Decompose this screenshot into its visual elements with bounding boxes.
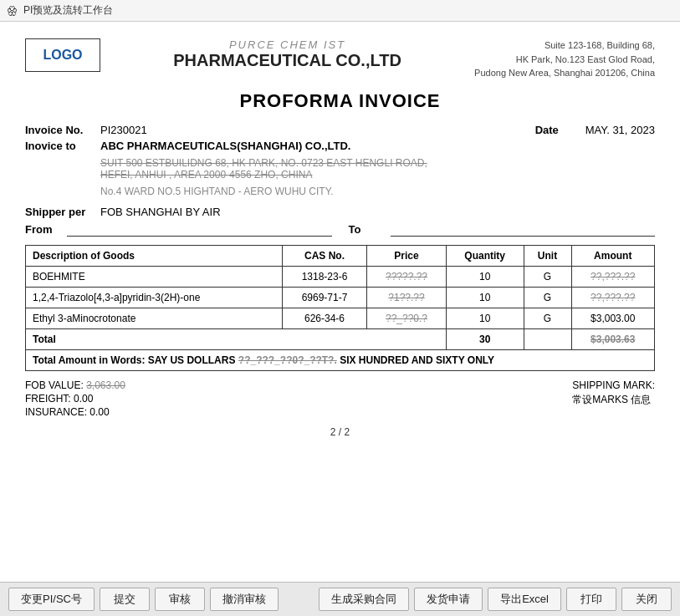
insurance-label: INSURANCE: <box>25 406 87 418</box>
address-normal: No.4 WARD NO.5 HIGHTAND - AERO WUHU CITY… <box>100 186 655 197</box>
address-line1: Suite 123-168, Building 68, <box>474 38 655 53</box>
date-value: MAY. 31, 2023 <box>585 124 655 136</box>
invoice-address: SUIT 500 ESTBUILIDNG 68, HK PARK, NO. 07… <box>100 157 655 181</box>
invoice-title: PROFORMA INVOICE <box>25 90 655 112</box>
shipper-label: Shipper per <box>25 206 100 218</box>
goods-table: Description of Goods CAS No. Price Quant… <box>25 245 655 371</box>
address-normal-wrap: No.4 WARD NO.5 HIGHTAND - AERO WUHU CITY… <box>100 186 655 197</box>
toolbar-right-group: 生成采购合同 发货申请 导出Excel 打印 关闭 <box>319 588 672 611</box>
to-label: To <box>349 223 382 236</box>
shipping-mark-value: 常设MARKS 信息 <box>572 393 655 407</box>
company-address: Suite 123-168, Building 68, HK Park, No.… <box>474 38 655 80</box>
insurance-row: INSURANCE: 0.00 <box>25 406 125 418</box>
fob-row: FOB VALUE: 3,063.00 <box>25 379 125 391</box>
total-words-cell: Total Amount in Words: SAY US DOLLARS ??… <box>26 349 655 370</box>
cell-amount: ??,???.?? <box>571 287 655 308</box>
address-line3: Pudong New Area, Shanghai 201206, China <box>474 66 655 80</box>
invoice-to-value: ABC PHARMACEUTICALS(SHANGHAI) CO.,LTD. <box>100 140 350 152</box>
company-header: PURCE CHEM IST PHARMACEUTICAL CO.,LTD <box>109 38 466 70</box>
shipper-section: Shipper per FOB SHANGHAI BY AIR From To <box>25 206 655 237</box>
btn-change-pi[interactable]: 变更PI/SC号 <box>8 588 95 611</box>
cell-unit: G <box>524 308 571 328</box>
invoice-header: LOGO PURCE CHEM IST PHARMACEUTICAL CO.,L… <box>25 38 655 80</box>
table-row: Ethyl 3-aMinocrotonate 626-34-6 ??_??0.?… <box>26 308 655 328</box>
btn-close[interactable]: 关闭 <box>621 588 672 611</box>
from-label: From <box>25 223 59 236</box>
freight-value: 0.00 <box>74 393 93 405</box>
meta-invoice-no-row: Invoice No. PI230021 Date MAY. 31, 2023 <box>25 124 655 136</box>
logo: LOGO <box>25 38 100 72</box>
invoice-no-value: PI230021 <box>100 124 147 136</box>
footer-section: FOB VALUE: 3,063.00 FREIGHT: 0.00 INSURA… <box>25 379 655 420</box>
cell-price: ?1??.?? <box>367 287 447 308</box>
cell-description: Ethyl 3-aMinocrotonate <box>26 308 283 328</box>
col-cas: CAS No. <box>282 245 366 266</box>
total-quantity: 30 <box>446 328 524 349</box>
table-row: 1,2,4-Triazolo[4,3-a]pyridin-3(2H)-one 6… <box>26 287 655 308</box>
toolbar-left-group: 变更PI/SC号 提交 审核 撤消审核 <box>8 588 279 611</box>
btn-approve[interactable]: 审核 <box>155 588 205 611</box>
cell-unit: G <box>524 287 571 308</box>
meta-invoice-to-row: Inovice to ABC PHARMACEUTICALS(SHANGHAI)… <box>25 140 655 152</box>
company-fancy-name: PURCE CHEM IST <box>109 38 466 51</box>
footer-left: FOB VALUE: 3,063.00 FREIGHT: 0.00 INSURA… <box>25 379 125 420</box>
invoice-no-label: Invoice No. <box>25 124 100 136</box>
insurance-value: 0.00 <box>89 406 109 418</box>
total-words-row: Total Amount in Words: SAY US DOLLARS ??… <box>26 349 655 370</box>
meta-date: Date MAY. 31, 2023 <box>535 124 655 136</box>
col-description: Description of Goods <box>26 245 283 266</box>
btn-submit[interactable]: 提交 <box>100 588 150 611</box>
total-label: Total <box>26 328 447 349</box>
fob-value: 3,063.00 <box>86 379 125 391</box>
shipper-row: Shipper per FOB SHANGHAI BY AIR <box>25 206 655 218</box>
address-strike1: SUIT 500 ESTBUILIDNG 68, HK PARK, NO. 07… <box>100 157 655 169</box>
col-unit: Unit <box>524 245 571 266</box>
fob-label: FOB VALUE: <box>25 379 84 391</box>
btn-shipment[interactable]: 发货申请 <box>414 588 483 611</box>
btn-cancel-approve[interactable]: 撤消审核 <box>210 588 279 611</box>
table-row: BOEHMITE 1318-23-6 ?????.?? 10 G ??,???.… <box>26 266 655 287</box>
main-area: LOGO PURCE CHEM IST PHARMACEUTICAL CO.,L… <box>0 22 680 582</box>
shipper-value: FOB SHANGHAI BY AIR <box>100 206 221 218</box>
company-bold-name: PHARMACEUTICAL CO.,LTD <box>109 51 466 70</box>
cell-description: 1,2,4-Triazolo[4,3-a]pyridin-3(2H)-one <box>26 287 283 308</box>
to-box: To <box>349 223 656 237</box>
toolbar: 变更PI/SC号 提交 审核 撤消审核 生成采购合同 发货申请 导出Excel … <box>0 582 680 616</box>
to-line <box>391 223 656 237</box>
from-line <box>67 223 332 237</box>
from-to-row: From To <box>25 223 655 237</box>
footer-right: SHIPPING MARK: 常设MARKS 信息 <box>572 379 655 420</box>
page-number: 2 / 2 <box>25 426 655 438</box>
cell-quantity: 10 <box>446 287 524 308</box>
freight-row: FREIGHT: 0.00 <box>25 393 125 405</box>
col-quantity: Quantity <box>446 245 524 266</box>
table-header-row: Description of Goods CAS No. Price Quant… <box>26 245 655 266</box>
col-amount: Amount <box>571 245 655 266</box>
col-price: Price <box>367 245 447 266</box>
cell-price: ??_??0.? <box>367 308 447 328</box>
btn-export-excel[interactable]: 导出Excel <box>488 588 561 611</box>
btn-generate-po[interactable]: 生成采购合同 <box>319 588 409 611</box>
btn-print[interactable]: 打印 <box>566 588 616 611</box>
cell-cas: 1318-23-6 <box>282 266 366 287</box>
title-bar: 🏵 PI预览及流转工作台 <box>0 0 680 22</box>
total-amount: $3,003.63 <box>571 328 655 349</box>
shipping-mark-label: SHIPPING MARK: <box>572 379 655 391</box>
cell-price: ?????.?? <box>367 266 447 287</box>
cell-unit: G <box>524 266 571 287</box>
address-strike2: HEFEI, ANHUI , AREA 2000-4556 ZHO, CHINA <box>100 169 655 181</box>
date-label: Date <box>535 124 569 136</box>
document-area[interactable]: LOGO PURCE CHEM IST PHARMACEUTICAL CO.,L… <box>0 22 680 582</box>
title-label: PI预览及流转工作台 <box>23 3 113 18</box>
cell-quantity: 10 <box>446 266 524 287</box>
address-line2: HK Park, No.123 East Glod Road, <box>474 53 655 67</box>
invoice-meta: Invoice No. PI230021 Date MAY. 31, 2023 … <box>25 124 655 197</box>
cell-amount: ??,???.?? <box>571 266 655 287</box>
cell-description: BOEHMITE <box>26 266 283 287</box>
from-box: From <box>25 223 332 237</box>
cell-cas: 6969-71-7 <box>282 287 366 308</box>
total-row: Total 30 $3,003.63 <box>26 328 655 349</box>
cell-cas: 626-34-6 <box>282 308 366 328</box>
invoice-to-label: Inovice to <box>25 140 100 152</box>
total-unit-empty <box>524 328 571 349</box>
